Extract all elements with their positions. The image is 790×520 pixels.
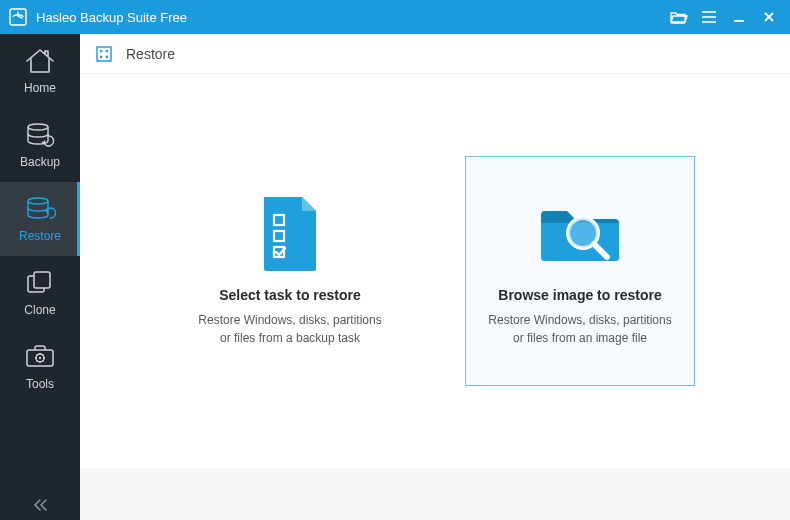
breadcrumb: Restore [80, 34, 790, 74]
clone-icon [23, 269, 57, 297]
option-title: Browse image to restore [498, 287, 661, 303]
svg-point-13 [39, 357, 41, 359]
svg-rect-17 [100, 55, 102, 57]
sidebar-item-home[interactable]: Home [0, 34, 80, 108]
sidebar-item-label: Clone [24, 303, 55, 317]
sidebar: Home Backup [0, 34, 80, 520]
backup-icon [23, 121, 57, 149]
open-folder-button[interactable] [664, 4, 694, 30]
content-area: Restore Select task to restore Restore W… [80, 34, 790, 520]
app-title: Hasleo Backup Suite Free [36, 10, 187, 25]
svg-point-7 [28, 124, 48, 130]
menu-button[interactable] [694, 4, 724, 30]
sidebar-item-label: Backup [20, 155, 60, 169]
home-icon [23, 47, 57, 75]
minimize-button[interactable] [724, 4, 754, 30]
titlebar: Hasleo Backup Suite Free [0, 0, 790, 34]
grid-icon [96, 46, 112, 62]
breadcrumb-label: Restore [126, 46, 175, 62]
option-browse-image[interactable]: Browse image to restore Restore Windows,… [465, 156, 695, 386]
svg-rect-16 [106, 50, 108, 52]
chevron-double-left-icon [32, 498, 48, 512]
close-button[interactable] [754, 4, 784, 30]
footer-strip [80, 468, 790, 520]
checklist-file-icon [258, 195, 322, 273]
sidebar-item-clone[interactable]: Clone [0, 256, 80, 330]
sidebar-item-label: Home [24, 81, 56, 95]
sidebar-item-restore[interactable]: Restore [0, 182, 80, 256]
tools-icon [23, 343, 57, 371]
svg-rect-18 [106, 55, 108, 57]
option-description: Restore Windows, disks, partitions or fi… [484, 311, 676, 347]
restore-icon [23, 195, 57, 223]
sidebar-item-label: Restore [19, 229, 61, 243]
collapse-sidebar-button[interactable] [0, 490, 80, 520]
svg-rect-15 [100, 50, 102, 52]
sidebar-item-label: Tools [26, 377, 54, 391]
option-select-task[interactable]: Select task to restore Restore Windows, … [175, 156, 405, 386]
svg-rect-14 [97, 47, 111, 61]
restore-options: Select task to restore Restore Windows, … [80, 74, 790, 468]
sidebar-item-backup[interactable]: Backup [0, 108, 80, 182]
svg-rect-10 [34, 272, 50, 288]
folder-search-icon [537, 195, 623, 273]
app-logo-icon [8, 7, 28, 27]
svg-point-8 [28, 198, 48, 204]
sidebar-item-tools[interactable]: Tools [0, 330, 80, 404]
option-title: Select task to restore [219, 287, 361, 303]
option-description: Restore Windows, disks, partitions or fi… [194, 311, 386, 347]
